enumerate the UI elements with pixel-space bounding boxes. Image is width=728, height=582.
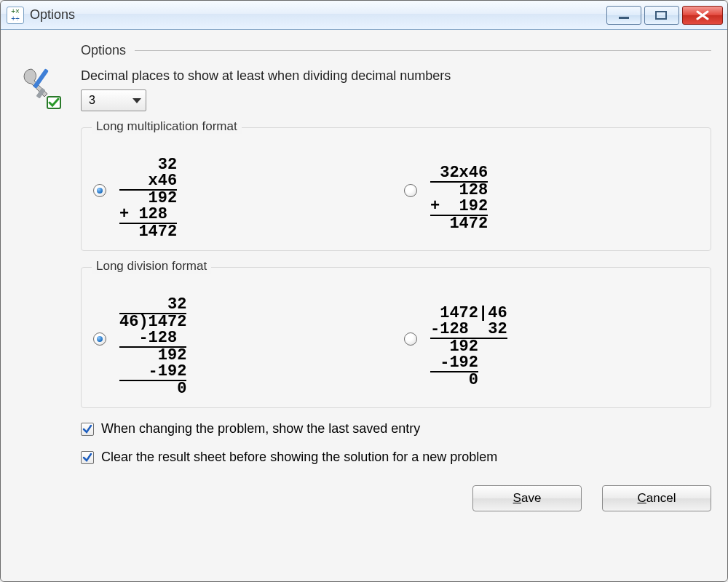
check-clear-result-checkbox[interactable] bbox=[81, 451, 94, 464]
section-title: Options bbox=[81, 43, 126, 58]
window-buttons bbox=[606, 6, 723, 25]
mult-sample-a: 32 x46 192 + 128 1472 bbox=[119, 141, 177, 240]
div-sample-a: 32 46)1472 -128 192 -192 0 bbox=[119, 281, 186, 397]
mult-options-row: 32 x46 192 + 128 1472 32x46 128 + 192 14… bbox=[93, 141, 699, 240]
long-division-group: Long division format 32 46)1472 -128 192… bbox=[81, 267, 711, 408]
close-button[interactable] bbox=[682, 6, 723, 25]
svg-rect-1 bbox=[656, 12, 666, 19]
title-bar: Options bbox=[1, 1, 727, 30]
decimal-places-value: 3 bbox=[89, 94, 95, 107]
decimal-places-label: Decimal places to show at least when div… bbox=[81, 68, 711, 84]
check-last-saved-checkbox[interactable] bbox=[81, 423, 94, 436]
client-area: Options Decimal places to show at least … bbox=[1, 30, 727, 581]
div-options-row: 32 46)1472 -128 192 -192 0 1472|46 -128 … bbox=[93, 281, 699, 397]
long-division-legend: Long division format bbox=[92, 259, 211, 274]
check-clear-result-label: Clear the result sheet before showing th… bbox=[101, 450, 497, 465]
div-option-a[interactable]: 32 46)1472 -128 192 -192 0 bbox=[93, 281, 388, 397]
window-title: Options bbox=[30, 7, 606, 23]
maximize-button[interactable] bbox=[644, 6, 679, 25]
dialog-buttons: Save Cancel bbox=[81, 485, 711, 511]
minimize-icon bbox=[617, 10, 630, 20]
decimal-places-dropdown[interactable]: 3 bbox=[81, 89, 146, 111]
options-dialog: Options bbox=[0, 0, 728, 582]
div-option-b-radio[interactable] bbox=[404, 332, 417, 346]
icon-column bbox=[17, 43, 69, 568]
chevron-down-icon bbox=[132, 98, 141, 103]
check-icon bbox=[82, 453, 92, 463]
mult-option-b-radio[interactable] bbox=[404, 184, 417, 197]
save-button[interactable]: Save bbox=[472, 485, 582, 511]
section-header: Options bbox=[81, 43, 711, 58]
check-clear-result-row[interactable]: Clear the result sheet before showing th… bbox=[81, 450, 711, 465]
mult-sample-b: 32x46 128 + 192 1472 bbox=[430, 149, 488, 232]
check-last-saved-label: When changing the problem, show the last… bbox=[101, 421, 420, 436]
app-icon bbox=[7, 7, 24, 24]
div-option-a-radio[interactable] bbox=[93, 332, 106, 346]
div-option-b[interactable]: 1472|46 -128 32 192 -192 0 bbox=[404, 290, 699, 388]
options-icon bbox=[17, 65, 63, 111]
check-icon bbox=[82, 424, 92, 434]
cancel-button[interactable]: Cancel bbox=[602, 485, 711, 511]
mult-option-a-radio[interactable] bbox=[93, 184, 106, 197]
section-rule bbox=[135, 50, 711, 51]
mult-option-b[interactable]: 32x46 128 + 192 1472 bbox=[404, 149, 699, 232]
check-last-saved-row[interactable]: When changing the problem, show the last… bbox=[81, 421, 711, 436]
mult-option-a[interactable]: 32 x46 192 + 128 1472 bbox=[93, 141, 388, 240]
content-column: Options Decimal places to show at least … bbox=[81, 43, 711, 568]
div-sample-b: 1472|46 -128 32 192 -192 0 bbox=[430, 290, 507, 388]
close-icon bbox=[695, 10, 711, 20]
long-multiplication-legend: Long multiplication format bbox=[92, 119, 242, 134]
maximize-icon bbox=[654, 10, 669, 20]
svg-rect-0 bbox=[619, 17, 629, 19]
minimize-button[interactable] bbox=[606, 6, 641, 25]
long-multiplication-group: Long multiplication format 32 x46 192 + … bbox=[81, 127, 711, 251]
